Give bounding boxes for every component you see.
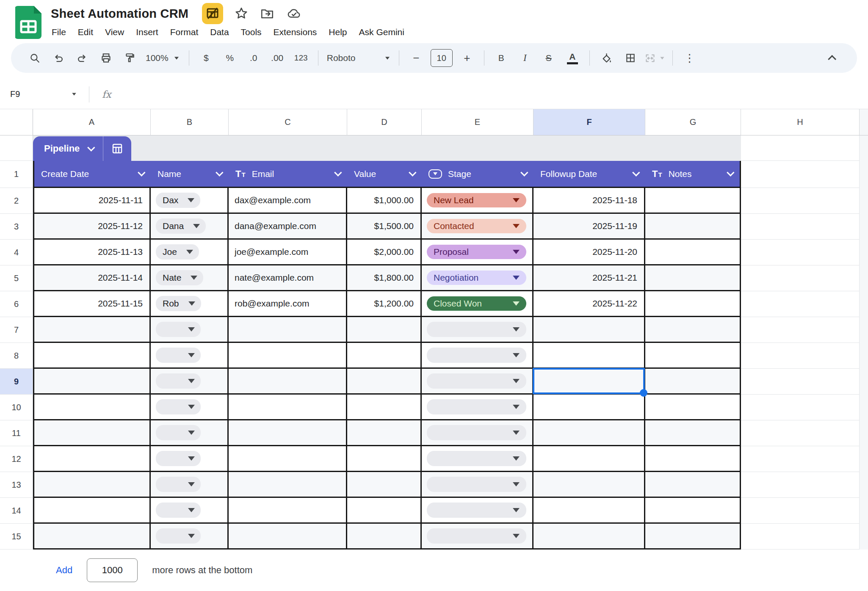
cell-D2[interactable]: $1,000.00 xyxy=(347,188,422,214)
borders-icon[interactable] xyxy=(621,48,640,68)
cell-A15[interactable] xyxy=(33,524,151,550)
pipeline-table-tab[interactable]: Pipeline xyxy=(33,136,131,161)
more-formats-button[interactable]: 123 xyxy=(291,48,311,68)
cell-H4[interactable] xyxy=(741,240,860,265)
cell-G12[interactable] xyxy=(645,446,741,472)
row-number-5[interactable]: 5 xyxy=(0,265,33,291)
empty-name-dropdown-chip[interactable] xyxy=(156,528,201,544)
cell-E9[interactable] xyxy=(422,369,534,395)
cell-H3[interactable] xyxy=(741,214,860,240)
row-number-4[interactable]: 4 xyxy=(0,240,33,265)
cell-A4[interactable]: 2025-11-13 xyxy=(33,240,151,265)
header-dropdown-icon[interactable] xyxy=(632,168,640,176)
cell-A3[interactable]: 2025-11-12 xyxy=(33,214,151,240)
column-header-E[interactable]: E xyxy=(422,109,534,135)
header-dropdown-icon[interactable] xyxy=(334,168,342,176)
empty-stage-dropdown-chip[interactable] xyxy=(427,348,526,363)
cell-G9[interactable] xyxy=(645,369,741,395)
cell-H11[interactable] xyxy=(741,420,860,446)
decrease-decimal-button[interactable]: .0 xyxy=(244,48,263,68)
table-header-stage[interactable]: Stage xyxy=(422,161,534,188)
cell-F4[interactable]: 2025-11-20 xyxy=(534,240,645,265)
cell-C8[interactable] xyxy=(229,343,347,369)
cell-A6[interactable]: 2025-11-15 xyxy=(33,291,151,317)
cell-H13[interactable] xyxy=(741,472,860,498)
cell-A7[interactable] xyxy=(33,317,151,343)
menu-format[interactable]: Format xyxy=(164,25,205,39)
cell-H1[interactable] xyxy=(741,161,860,188)
empty-stage-dropdown-chip[interactable] xyxy=(427,528,526,544)
paint-format-icon[interactable] xyxy=(120,48,139,68)
empty-stage-dropdown-chip[interactable] xyxy=(427,477,526,492)
empty-name-dropdown-chip[interactable] xyxy=(156,399,201,414)
stage-dropdown-chip[interactable]: Negotiation xyxy=(427,271,526,285)
format-currency-button[interactable]: $ xyxy=(196,48,216,68)
pipeline-tab-label-segment[interactable]: Pipeline xyxy=(33,136,103,161)
bold-button[interactable]: B xyxy=(492,48,511,68)
empty-name-dropdown-chip[interactable] xyxy=(156,322,201,337)
cell-B6[interactable]: Rob xyxy=(151,291,229,317)
cell-D6[interactable]: $1,200.00 xyxy=(347,291,422,317)
cell-B15[interactable] xyxy=(151,524,229,550)
fx-icon[interactable]: fx xyxy=(102,89,111,100)
empty-stage-dropdown-chip[interactable] xyxy=(427,425,526,440)
name-box[interactable]: F9 xyxy=(7,89,83,99)
italic-button[interactable]: I xyxy=(515,48,535,68)
name-dropdown-chip[interactable]: Rob xyxy=(156,296,201,311)
cell-F3[interactable]: 2025-11-19 xyxy=(534,214,645,240)
column-header-A[interactable]: A xyxy=(33,109,151,135)
cell-D12[interactable] xyxy=(347,446,422,472)
cell-A9[interactable] xyxy=(33,369,151,395)
rows-count-input[interactable] xyxy=(87,558,138,582)
google-sheets-logo-icon[interactable] xyxy=(15,6,41,39)
name-dropdown-chip[interactable]: Dax xyxy=(156,193,200,208)
header-dropdown-icon[interactable] xyxy=(216,168,223,176)
empty-name-dropdown-chip[interactable] xyxy=(156,425,201,440)
cell-E15[interactable] xyxy=(422,524,534,550)
cell-D15[interactable] xyxy=(347,524,422,550)
cell-A5[interactable]: 2025-11-14 xyxy=(33,265,151,291)
cell-C4[interactable]: joe@example.com xyxy=(229,240,347,265)
column-header-C[interactable]: C xyxy=(229,109,347,135)
cell-G8[interactable] xyxy=(645,343,741,369)
stage-dropdown-chip[interactable]: New Lead xyxy=(427,193,526,207)
row-number-8[interactable]: 8 xyxy=(0,343,33,369)
cell-G14[interactable] xyxy=(645,498,741,524)
empty-name-dropdown-chip[interactable] xyxy=(156,373,201,389)
strikethrough-button[interactable]: S xyxy=(539,48,558,68)
cell-F6[interactable]: 2025-11-22 xyxy=(534,291,645,317)
cell-B3[interactable]: Dana xyxy=(151,214,229,240)
cell-A14[interactable] xyxy=(33,498,151,524)
row-number-7[interactable]: 7 xyxy=(0,317,33,343)
cell-A12[interactable] xyxy=(33,446,151,472)
menu-insert[interactable]: Insert xyxy=(130,25,164,39)
stage-dropdown-chip[interactable]: Closed Won xyxy=(427,296,526,311)
cell-A10[interactable] xyxy=(33,395,151,420)
cell-H7[interactable] xyxy=(741,317,860,343)
star-icon[interactable] xyxy=(234,6,249,21)
cell-D4[interactable]: $2,000.00 xyxy=(347,240,422,265)
row-number-6[interactable]: 6 xyxy=(0,291,33,317)
cell-F15[interactable] xyxy=(534,524,645,550)
cell-C5[interactable]: nate@example.com xyxy=(229,265,347,291)
add-rows-button[interactable]: Add xyxy=(56,565,72,576)
table-header-value[interactable]: Value xyxy=(347,161,422,188)
cell-H14[interactable] xyxy=(741,498,860,524)
cell-B9[interactable] xyxy=(151,369,229,395)
more-toolbar-options-button[interactable]: ⋮ xyxy=(680,48,699,68)
cell-G11[interactable] xyxy=(645,420,741,446)
cell-C10[interactable] xyxy=(229,395,347,420)
empty-name-dropdown-chip[interactable] xyxy=(156,477,201,492)
cell-B11[interactable] xyxy=(151,420,229,446)
column-header-D[interactable]: D xyxy=(347,109,422,135)
column-header-F[interactable]: F xyxy=(534,109,645,135)
cell-B2[interactable]: Dax xyxy=(151,188,229,214)
cell-D5[interactable]: $1,800.00 xyxy=(347,265,422,291)
header-dropdown-icon[interactable] xyxy=(520,168,528,176)
cell-C6[interactable]: rob@example.com xyxy=(229,291,347,317)
row-number-14[interactable]: 14 xyxy=(0,498,33,524)
cell-F8[interactable] xyxy=(534,343,645,369)
zoom-control[interactable]: 100% xyxy=(146,53,180,63)
font-size-input[interactable]: 10 xyxy=(431,49,453,67)
cell-A8[interactable] xyxy=(33,343,151,369)
